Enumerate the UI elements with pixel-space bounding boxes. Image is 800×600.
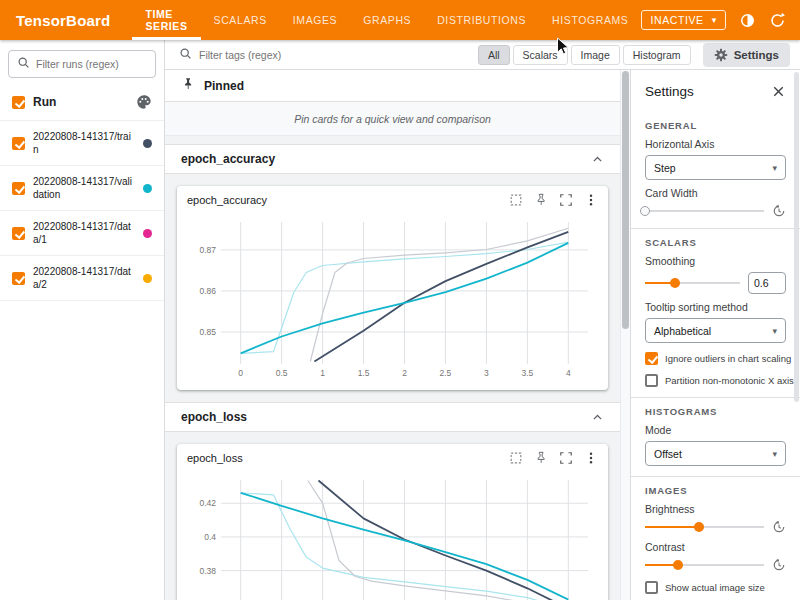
tab-graphs[interactable]: GRAPHS — [350, 0, 424, 40]
tab-scalars[interactable]: SCALARS — [201, 0, 280, 40]
reload-status-select[interactable]: INACTIVE ▾ — [641, 10, 725, 30]
svg-text:0.42: 0.42 — [199, 498, 216, 508]
svg-text:4: 4 — [566, 368, 571, 378]
chevron-up-icon[interactable] — [591, 411, 604, 424]
brightness-slider[interactable] — [645, 520, 764, 534]
partition-x-checkbox[interactable] — [645, 374, 658, 387]
scalar-card-epoch-loss: epoch_loss 00.511.522.533.540.360.380.40… — [177, 444, 608, 600]
reset-icon[interactable] — [772, 558, 786, 572]
scalar-card-epoch-accuracy: epoch_accuracy 00.511.522.533.540.850.86… — [177, 186, 608, 390]
tab-time-series[interactable]: TIME SERIES — [132, 0, 200, 40]
main-scrollbar[interactable] — [620, 70, 630, 600]
fullscreen-icon[interactable] — [559, 193, 573, 207]
palette-icon[interactable] — [136, 94, 152, 110]
chevron-down-icon: ▾ — [772, 163, 777, 173]
settings-button[interactable]: Settings — [703, 43, 790, 67]
group-label-images: IMAGES — [645, 485, 786, 496]
reset-icon[interactable] — [772, 520, 786, 534]
run-checkbox[interactable] — [12, 227, 25, 240]
fullscreen-icon[interactable] — [559, 451, 573, 465]
tags-filter-input[interactable] — [199, 49, 478, 61]
run-row-validation[interactable]: 20220808-141317/validation — [0, 166, 164, 211]
chevron-up-icon[interactable] — [591, 153, 604, 166]
card-width-slider[interactable] — [645, 204, 764, 218]
section-header-epoch-accuracy[interactable]: epoch_accuracy — [165, 144, 620, 174]
run-row-data-1[interactable]: 20220808-141317/data/1 — [0, 211, 164, 256]
tab-images[interactable]: IMAGES — [280, 0, 350, 40]
histogram-mode-label: Mode — [645, 424, 786, 436]
contrast-slider[interactable] — [645, 558, 764, 572]
runs-filter — [8, 50, 156, 78]
settings-panel-header: Settings — [645, 70, 786, 112]
slider-thumb[interactable] — [670, 278, 680, 288]
run-row-data-2[interactable]: 20220808-141317/data/2 — [0, 256, 164, 301]
search-icon — [17, 55, 30, 73]
epoch-loss-chart[interactable]: 00.511.522.533.540.360.380.40.42 — [177, 472, 608, 600]
pin-icon[interactable] — [534, 451, 548, 465]
ignore-outliers-label: Ignore outliers in chart scaling — [665, 353, 791, 364]
fit-to-data-icon[interactable] — [509, 193, 523, 207]
scrollbar-thumb[interactable] — [622, 71, 629, 329]
horizontal-axis-select[interactable]: Step ▾ — [645, 155, 786, 180]
fit-to-data-icon[interactable] — [509, 451, 523, 465]
horizontal-axis-label: Horizontal Axis — [645, 138, 786, 150]
svg-text:2.5: 2.5 — [440, 368, 452, 378]
card-toolbar — [509, 193, 598, 207]
runs-filter-input[interactable] — [36, 58, 147, 70]
smoothing-input[interactable] — [748, 272, 786, 294]
reload-status-label: INACTIVE — [650, 14, 703, 26]
slider-thumb[interactable] — [640, 206, 650, 216]
tensorboard-app: TensorBoard TIME SERIES SCALARS IMAGES G… — [0, 0, 800, 600]
run-checkbox[interactable] — [12, 272, 25, 285]
epoch-accuracy-chart[interactable]: 00.511.522.533.540.850.860.87 — [177, 214, 608, 390]
histogram-mode-value: Offset — [654, 448, 682, 460]
run-name: 20220808-141317/train — [33, 130, 135, 156]
contrast-label: Contrast — [645, 541, 786, 553]
chevron-down-icon: ▾ — [712, 15, 717, 25]
smoothing-slider[interactable] — [645, 276, 740, 290]
dark-mode-toggle-icon[interactable] — [739, 12, 756, 29]
svg-text:0.85: 0.85 — [199, 327, 216, 337]
pinned-section-header: Pinned — [165, 70, 620, 102]
tag-type-chips: All Scalars Image Histogram — [478, 45, 691, 65]
show-actual-size-checkbox[interactable] — [645, 581, 658, 594]
settings-button-label: Settings — [734, 49, 779, 61]
section-header-epoch-loss[interactable]: epoch_loss — [165, 402, 620, 432]
top-bar: TensorBoard TIME SERIES SCALARS IMAGES G… — [0, 0, 800, 40]
select-all-runs-checkbox[interactable] — [12, 96, 25, 109]
reset-icon[interactable] — [772, 204, 786, 218]
filter-chip-all[interactable]: All — [478, 45, 510, 65]
card-header: epoch_accuracy — [177, 186, 608, 214]
refresh-icon[interactable] — [769, 12, 786, 29]
show-actual-size-label: Show actual image size — [665, 582, 765, 593]
close-icon[interactable] — [771, 84, 786, 99]
pin-icon[interactable] — [534, 193, 548, 207]
runs-header-label: Run — [33, 95, 56, 109]
run-color-dot[interactable] — [143, 229, 152, 238]
filter-chip-histogram[interactable]: Histogram — [623, 45, 691, 65]
app-logo[interactable]: TensorBoard — [16, 12, 110, 29]
tab-histograms[interactable]: HISTOGRAMS — [539, 0, 641, 40]
run-color-dot[interactable] — [143, 184, 152, 193]
svg-text:0: 0 — [238, 368, 243, 378]
more-options-icon[interactable] — [584, 193, 598, 207]
card-title: epoch_accuracy — [187, 194, 267, 206]
slider-thumb[interactable] — [673, 560, 683, 570]
more-options-icon[interactable] — [584, 451, 598, 465]
slider-thumb[interactable] — [694, 522, 704, 532]
section-title: epoch_accuracy — [181, 152, 275, 166]
run-checkbox[interactable] — [12, 182, 25, 195]
histogram-mode-select[interactable]: Offset ▾ — [645, 441, 786, 466]
tab-distributions[interactable]: DISTRIBUTIONS — [424, 0, 539, 40]
run-row-train[interactable]: 20220808-141317/train — [0, 121, 164, 166]
filter-chip-scalars[interactable]: Scalars — [513, 45, 568, 65]
card-title: epoch_loss — [187, 452, 243, 464]
settings-scrollbar[interactable] — [793, 70, 800, 600]
group-label-histograms: HISTOGRAMS — [645, 406, 786, 417]
run-checkbox[interactable] — [12, 137, 25, 150]
tooltip-sorting-select[interactable]: Alphabetical ▾ — [645, 318, 786, 343]
ignore-outliers-checkbox[interactable] — [645, 352, 658, 365]
run-color-dot[interactable] — [143, 274, 152, 283]
filter-chip-image[interactable]: Image — [571, 45, 620, 65]
run-color-dot[interactable] — [143, 139, 152, 148]
